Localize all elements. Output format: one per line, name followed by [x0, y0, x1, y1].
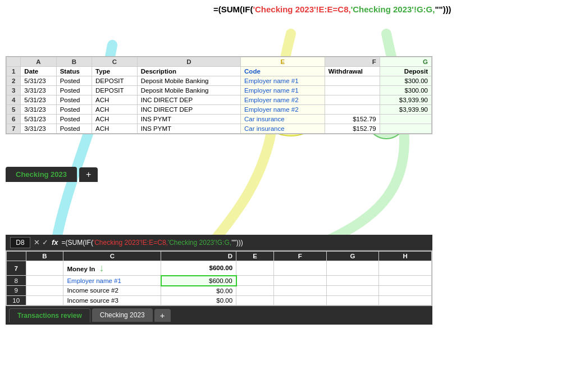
col-header-g: G	[380, 57, 431, 67]
cell-h10-bottom	[379, 295, 432, 305]
col-header-a: A	[21, 57, 56, 67]
header-code: Code	[241, 67, 325, 76]
cell-e7-bottom	[236, 261, 274, 276]
cell-b7: Posted	[56, 124, 92, 134]
cell-f3	[325, 86, 380, 95]
bottom-formula-ref2: 'Checking 2023'!G:G,	[168, 239, 231, 247]
table-row: 9 Income source #2 $0.00	[7, 286, 432, 296]
cell-a7: 3/31/23	[21, 124, 56, 134]
row-num-9-bottom: 9	[7, 286, 26, 296]
table-row: 7 3/31/23 Posted ACH INS PYMT Car insura…	[7, 124, 432, 134]
table-row: 5 3/31/23 Posted ACH INC DIRECT DEP Empl…	[7, 105, 432, 115]
table-row: 3 3/31/23 Posted DEPOSIT Deposit Mobile …	[7, 86, 432, 95]
cell-f7: $152.79	[325, 124, 380, 134]
cancel-formula-icon[interactable]: ✕	[34, 238, 40, 247]
cell-d5: INC DIRECT DEP	[137, 105, 240, 115]
cell-g9-bottom	[326, 286, 379, 296]
col-header-d: D	[137, 57, 240, 67]
cell-a3: 3/31/23	[21, 86, 56, 95]
cell-e9-bottom	[236, 286, 274, 296]
col-header-f: F	[325, 57, 380, 67]
row-num-4: 4	[7, 95, 21, 105]
cell-d6: INS PYMT	[137, 115, 240, 124]
cell-g7	[380, 124, 431, 134]
arrow-down-icon: ↓	[99, 262, 104, 274]
tab-checking-2023-top[interactable]: Checking 2023	[6, 167, 77, 182]
top-formula-bar: =(SUM(IF('Checking 2023'!E:E=C8,'Checkin…	[213, 4, 451, 14]
cell-d7: INS PYMT	[137, 124, 240, 134]
fx-label: fx	[52, 238, 58, 247]
bottom-formula-prefix: =(SUM(IF(	[62, 239, 93, 247]
cell-g4: $3,939.90	[380, 95, 431, 105]
cell-reference-box[interactable]: D8	[10, 237, 30, 248]
header-withdrawal: Withdrawal	[325, 67, 380, 76]
bottom-formula-content: =(SUM(IF('Checking 2023'!E:E=C8,'Checkin…	[62, 239, 243, 247]
cell-c6: ACH	[92, 115, 138, 124]
cell-f9-bottom	[273, 286, 326, 296]
cell-c5: ACH	[92, 105, 138, 115]
row-num-7: 7	[7, 124, 21, 134]
cell-d9-bottom: $0.00	[161, 286, 236, 296]
bottom-formula-bar: D8 ✕ ✓ fx =(SUM(IF('Checking 2023'!E:E=C…	[6, 235, 432, 250]
col-header-b: B	[56, 57, 92, 67]
top-tab-bar: Checking 2023 +	[6, 167, 98, 182]
cell-e7: Car insurance	[241, 124, 325, 134]
cell-c8-bottom: Employer name #1	[63, 276, 161, 286]
cell-b5: Posted	[56, 105, 92, 115]
cell-a5: 3/31/23	[21, 105, 56, 115]
cell-e10-bottom	[236, 295, 274, 305]
bottom-col-header-e: E	[236, 252, 274, 261]
cell-g10-bottom	[326, 295, 379, 305]
table-row: 8 Employer name #1 $600.00	[7, 276, 432, 286]
cell-g5: $3,939.90	[380, 105, 431, 115]
tab-transactions-review[interactable]: Transactions review	[9, 308, 90, 322]
confirm-formula-icon[interactable]: ✓	[42, 238, 48, 247]
row-num-8-bottom: 8	[7, 276, 26, 286]
table-row: 10 Income source #3 $0.00	[7, 295, 432, 305]
header-description: Description	[137, 67, 240, 76]
cell-f5	[325, 105, 380, 115]
tab-add-bottom[interactable]: +	[154, 309, 171, 322]
cell-b7-bottom	[26, 261, 63, 276]
bottom-section: D8 ✕ ✓ fx =(SUM(IF('Checking 2023'!E:E=C…	[6, 235, 432, 325]
bottom-col-header-f: F	[273, 252, 326, 261]
bottom-col-header-h: H	[379, 252, 432, 261]
cell-h8-bottom	[379, 276, 432, 286]
bottom-spreadsheet: B C D E F G H 7 Money In ↓ $600.00	[6, 250, 432, 306]
cell-b4: Posted	[56, 95, 92, 105]
cell-h7-bottom	[379, 261, 432, 276]
cell-b10-bottom	[26, 295, 63, 305]
row-num-7-bottom: 7	[7, 261, 26, 276]
cell-d2: Deposit Mobile Banking	[137, 76, 240, 86]
bottom-col-header-d: D	[161, 252, 236, 261]
header-deposit: Deposit	[380, 67, 431, 76]
cell-c7-bottom: Money In ↓	[63, 261, 161, 276]
cell-g8-bottom	[326, 276, 379, 286]
cell-b9-bottom	[26, 286, 63, 296]
cell-c2: DEPOSIT	[92, 76, 138, 86]
cell-c10-bottom: Income source #3	[63, 295, 161, 305]
cell-c4: ACH	[92, 95, 138, 105]
table-row: 6 5/31/23 Posted ACH INS PYMT Car insura…	[7, 115, 432, 124]
cell-b2: Posted	[56, 76, 92, 86]
bottom-col-header-g: G	[326, 252, 379, 261]
cell-e8-bottom	[236, 276, 274, 286]
cell-c7: ACH	[92, 124, 138, 134]
cell-d8-bottom[interactable]: $600.00	[161, 276, 236, 286]
cell-e3: Employer name #1	[241, 86, 325, 95]
bottom-col-header-c: C	[63, 252, 161, 261]
tab-checking-2023-bottom[interactable]: Checking 2023	[92, 308, 153, 322]
row-num-5: 5	[7, 105, 21, 115]
bottom-col-header-b: B	[26, 252, 63, 261]
row-num-2: 2	[7, 76, 21, 86]
cell-h9-bottom	[379, 286, 432, 296]
formula-prefix: =(SUM(IF(	[213, 4, 253, 14]
cell-d4: INC DIRECT DEP	[137, 95, 240, 105]
formula-ref2: 'Checking 2023'!G:G,	[351, 4, 435, 14]
cell-a4: 5/31/23	[21, 95, 56, 105]
header-status: Status	[56, 67, 92, 76]
header-type: Type	[92, 67, 138, 76]
cell-b3: Posted	[56, 86, 92, 95]
tab-add-top[interactable]: +	[79, 167, 98, 182]
cell-c3: DEPOSIT	[92, 86, 138, 95]
